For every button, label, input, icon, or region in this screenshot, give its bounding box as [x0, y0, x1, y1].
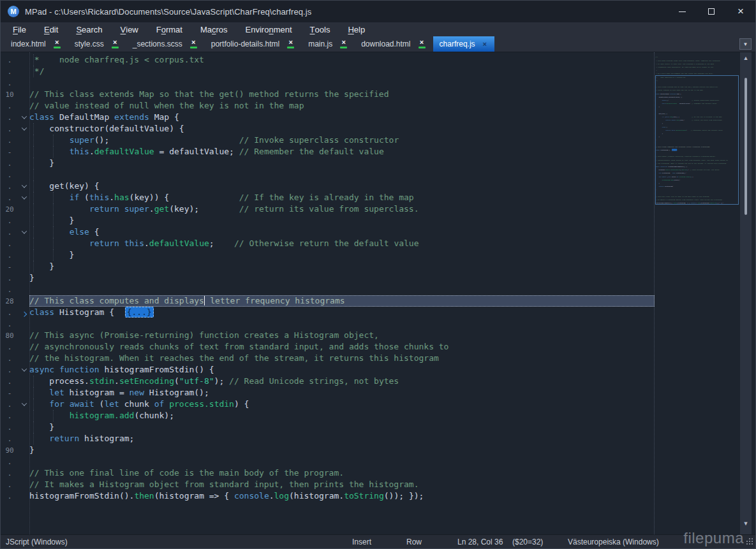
- code-line[interactable]: .// value instead of null when the key i…: [1, 100, 755, 112]
- tab-list-dropdown-button[interactable]: ▼: [739, 38, 752, 50]
- tab-close-button[interactable]: ×: [54, 40, 61, 48]
- minimap[interactable]: /** * This Node program reads text from …: [655, 55, 739, 207]
- scroll-down-icon[interactable]: ▼: [740, 519, 752, 528]
- code-editor[interactable]: . * node charfreq.js < corpus.txt. */.10…: [1, 52, 755, 534]
- code-line[interactable]: . return this.defaultValue; // Otherwise…: [1, 238, 755, 249]
- code-line[interactable]: . }: [1, 157, 755, 169]
- code-line[interactable]: . if (this.has(key)) { // If the key is …: [1, 192, 755, 203]
- code-token: [29, 227, 70, 237]
- code-line[interactable]: . }: [1, 215, 755, 226]
- code-line[interactable]: . }: [1, 249, 755, 261]
- scroll-up-icon[interactable]: ▲: [740, 54, 752, 62]
- status-language[interactable]: JScript (Windows): [6, 538, 68, 546]
- code-line[interactable]: .async function histogramFromStdin() {: [1, 364, 755, 376]
- chevron-down-icon: [21, 366, 26, 371]
- code-line[interactable]: . for await (let chunk of process.stdin)…: [1, 399, 755, 410]
- fold-collapse-control[interactable]: [19, 184, 29, 188]
- code-token: let: [104, 399, 119, 409]
- code-line[interactable]: .: [1, 456, 755, 467]
- tab-portfolio-details.html[interactable]: portfolio-details.html×: [205, 36, 302, 52]
- tab-close-button[interactable]: ×: [483, 41, 487, 47]
- code-line[interactable]: 28// This class computes and displays le…: [1, 295, 755, 307]
- minimap-viewport-box[interactable]: [655, 75, 739, 205]
- code-token: [29, 434, 49, 443]
- code-line[interactable]: . super(); // Invoke superclass construc…: [1, 135, 755, 146]
- close-icon: ×: [55, 40, 59, 45]
- code-line[interactable]: .histogramFromStdin().then(histogram => …: [1, 490, 755, 502]
- code-line[interactable]: .class Histogram { {...}: [1, 307, 755, 318]
- line-number: .: [1, 400, 19, 409]
- fold-collapse-control[interactable]: [19, 196, 29, 200]
- fold-expand-control[interactable]: [19, 311, 29, 314]
- code-line[interactable]: . * node charfreq.js < corpus.txt: [1, 54, 755, 66]
- code-line[interactable]: .// This one final line of code is the m…: [1, 467, 755, 479]
- fold-collapse-control[interactable]: [19, 115, 29, 119]
- menu-macros[interactable]: Macros: [191, 22, 237, 36]
- code-line[interactable]: .// It makes a Histogram object from sta…: [1, 479, 755, 490]
- tab-close-button[interactable]: ×: [190, 40, 197, 48]
- code-line[interactable]: .: [1, 318, 755, 330]
- minimize-button[interactable]: [667, 1, 697, 22]
- code-line[interactable]: . return histogram;: [1, 433, 755, 444]
- tab-saved-indicator: [190, 47, 197, 48]
- code-line[interactable]: - this.defaultValue = defaultValue; // R…: [1, 146, 755, 157]
- vertical-scrollbar[interactable]: ▲ ▼: [740, 52, 752, 534]
- code-token: [29, 238, 89, 248]
- menu-format[interactable]: Format: [147, 22, 191, 36]
- tab-close-button[interactable]: ×: [340, 40, 347, 48]
- tab-close-button[interactable]: ×: [419, 40, 426, 48]
- tab-download.html[interactable]: download.html×: [355, 36, 433, 52]
- code-line[interactable]: . process.stdin.setEncoding("utf-8"); //…: [1, 376, 755, 387]
- menu-help[interactable]: Help: [339, 22, 374, 36]
- code-token: Map {: [149, 112, 179, 122]
- code-line[interactable]: . get(key) {: [1, 180, 755, 192]
- code-line[interactable]: .// the histogram. When it reaches the e…: [1, 353, 755, 364]
- code-line[interactable]: 10// This class extends Map so that the …: [1, 89, 755, 100]
- code-line[interactable]: 20 return super.get(key); // return its …: [1, 203, 755, 215]
- tab-charfreq.js[interactable]: charfreq.js×: [433, 36, 494, 52]
- code-line[interactable]: . constructor(defaultValue) {: [1, 123, 755, 135]
- code-line[interactable]: .class DefaultMap extends Map {: [1, 112, 755, 123]
- code-line[interactable]: . }: [1, 421, 755, 433]
- code-line[interactable]: . else {: [1, 226, 755, 238]
- fold-collapse-control[interactable]: [19, 368, 29, 372]
- code-line[interactable]: 90}: [1, 444, 755, 456]
- close-button[interactable]: ×: [726, 1, 755, 22]
- menu-environment[interactable]: Environment: [237, 22, 301, 36]
- code-line[interactable]: 80// This async (Promise-returning) func…: [1, 330, 755, 341]
- tab-main.js[interactable]: main.js×: [302, 36, 355, 52]
- status-encoding[interactable]: Västeuropeiska (Windows): [568, 538, 659, 546]
- code-line[interactable]: .// asynchronously reads chunks of text …: [1, 341, 755, 353]
- fold-collapse-control[interactable]: [19, 127, 29, 131]
- maximize-button[interactable]: [697, 1, 726, 22]
- menu-tools[interactable]: Tools: [301, 22, 339, 36]
- code-token: class: [29, 112, 54, 122]
- scrollbar-thumb[interactable]: [745, 78, 747, 215]
- code-line[interactable]: . */: [1, 66, 755, 77]
- menu-file[interactable]: File: [4, 22, 35, 36]
- code-line[interactable]: .: [1, 284, 755, 295]
- menu-edit[interactable]: Edit: [35, 22, 67, 36]
- menu-view[interactable]: View: [112, 22, 147, 36]
- code-line[interactable]: - }: [1, 261, 755, 272]
- tab-style.css[interactable]: style.css×: [68, 36, 126, 52]
- code-token: DefaultMap: [54, 112, 114, 122]
- status-row-mode[interactable]: Row: [406, 538, 422, 546]
- folded-code-placeholder[interactable]: {...}: [125, 307, 154, 318]
- tab-index.html[interactable]: index.html×: [4, 36, 68, 52]
- code-line[interactable]: .: [1, 77, 755, 89]
- line-number: .: [1, 251, 19, 260]
- code-line[interactable]: .}: [1, 272, 755, 284]
- fold-collapse-control[interactable]: [19, 230, 29, 234]
- code-token: }: [29, 273, 34, 282]
- code-line[interactable]: - let histogram = new Histogram();: [1, 387, 755, 399]
- status-cursor-position[interactable]: Ln 28, Col 36: [457, 538, 503, 546]
- status-insert-mode[interactable]: Insert: [352, 538, 371, 546]
- code-line[interactable]: . histogram.add(chunk);: [1, 410, 755, 421]
- fold-collapse-control[interactable]: [19, 402, 29, 406]
- code-line[interactable]: .: [1, 169, 755, 180]
- tab-close-button[interactable]: ×: [287, 40, 294, 48]
- tab-_sections.scss[interactable]: _sections.scss×: [126, 36, 205, 52]
- tab-close-button[interactable]: ×: [112, 40, 119, 48]
- menu-search[interactable]: Search: [67, 22, 111, 36]
